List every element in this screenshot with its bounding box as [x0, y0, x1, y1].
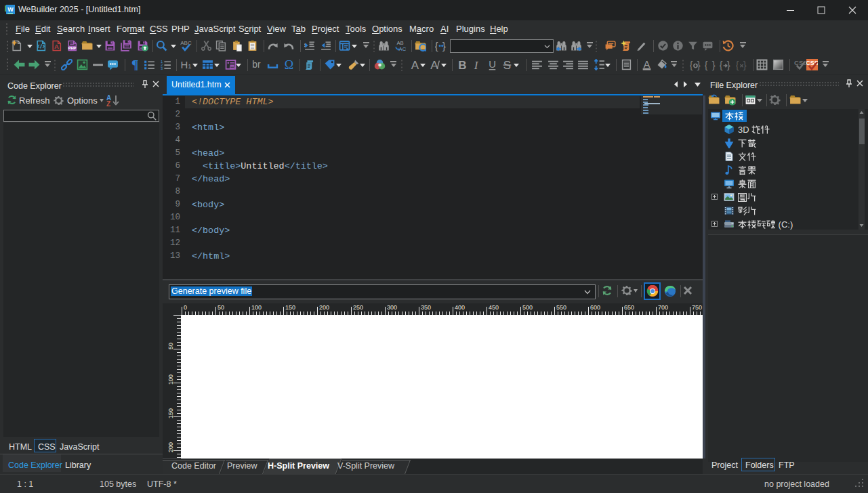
svg-text:}: }	[727, 60, 730, 70]
svg-text:B: B	[458, 59, 466, 70]
svg-text:I: I	[474, 59, 479, 70]
svg-text:PHP: PHP	[68, 46, 77, 50]
svg-text:H: H	[181, 60, 188, 70]
svg-text:br: br	[252, 59, 261, 70]
svg-text:{: {	[435, 40, 438, 51]
svg-text:}: }	[712, 60, 716, 70]
svg-text:{: {	[736, 60, 739, 70]
svg-text:A: A	[54, 43, 59, 50]
svg-text:U: U	[489, 59, 496, 70]
svg-text:1: 1	[188, 62, 191, 70]
svg-text:A: A	[411, 59, 419, 70]
svg-text:Ω: Ω	[285, 59, 293, 70]
svg-text:A: A	[644, 59, 650, 70]
svg-text:¶: ¶	[131, 59, 138, 70]
svg-text:3: 3	[161, 66, 163, 70]
svg-text:}: }	[743, 60, 747, 70]
svg-text:{: {	[690, 60, 693, 70]
svg-text:{: {	[705, 60, 707, 70]
svg-text:{: {	[720, 60, 722, 70]
svg-text:AC: AC	[399, 46, 406, 51]
svg-text:W: W	[7, 6, 14, 13]
